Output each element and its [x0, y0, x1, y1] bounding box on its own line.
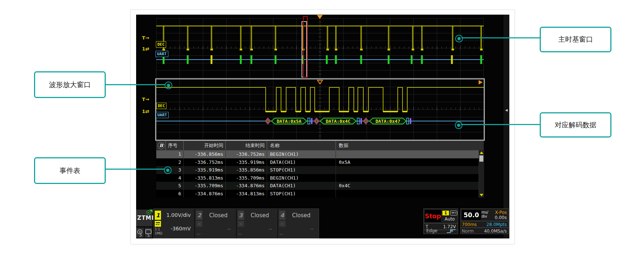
channel-1-offset: -360mV	[171, 226, 191, 231]
trigger-type[interactable]: Edge	[426, 228, 437, 233]
table-row[interactable]: 4 -335.813ms -335.709ms BEGIN(CH1)	[156, 174, 479, 182]
decode-region-box-red[interactable]	[303, 16, 308, 78]
col-header-start: 开始时间	[184, 141, 226, 150]
channel1-position-marker[interactable]: 1⇄	[142, 46, 149, 52]
channel-4-coupling-dash: -	[279, 221, 285, 227]
trigger-source-badge[interactable]: 1	[442, 211, 449, 215]
channel-4-block[interactable]: 4 - -:- Closed --	[278, 209, 319, 238]
svg-text:DATA:0x47: DATA:0x47	[375, 118, 400, 124]
channel-2-probe-dash: -:-	[196, 232, 201, 236]
table-row[interactable]: 3 -335.919ms -335.856ms STOP(CH1)	[156, 166, 479, 174]
timebase-unit: ms/div	[482, 210, 488, 218]
channel-4-status: Closed	[286, 212, 317, 219]
zoom-dec-bus-label[interactable]: DEC	[156, 103, 166, 109]
channel-2-coupling-dash: -	[196, 221, 202, 227]
channel-1-scale: 1.00V/div	[166, 212, 191, 218]
zoom-trigger-level-marker[interactable]: T→	[142, 97, 149, 102]
callout-decoded-data: 对应解码数据	[540, 112, 611, 138]
touch-icon-button[interactable]	[136, 227, 144, 238]
zoom-trigger-hollow-icon	[317, 80, 323, 84]
trigger-sweep-mode[interactable]: Auto	[442, 217, 458, 222]
callout-dot-decoded-data	[455, 121, 463, 129]
brand-logo-tile: ZTMI R	[136, 210, 153, 226]
uart-bus-label[interactable]: UART	[156, 51, 168, 57]
bus-b-icon: B	[158, 142, 165, 149]
callout-dot-main-timebase	[455, 35, 463, 42]
callout-dot-zoom-window	[165, 82, 172, 89]
channel-4-offset: --	[310, 226, 314, 231]
callout-event-table: 事件表	[34, 157, 106, 184]
col-header-data: 数据	[336, 141, 479, 150]
record-time: 700ms	[462, 222, 477, 227]
table-row[interactable]: 1 -336.856ms -336.752ms BEGIN(CH1)	[156, 150, 479, 158]
corner-flag-icon	[149, 210, 153, 213]
channel-2-status: Closed	[203, 212, 233, 219]
callout-line-main-timebase	[461, 37, 540, 38]
channel-2-badge[interactable]: 2	[196, 211, 202, 220]
callout-zoom-window: 波形放大窗口	[34, 71, 106, 98]
timebase-scale[interactable]: 50.0	[462, 210, 481, 220]
run-stop-state[interactable]: Stop	[425, 210, 441, 222]
callout-dot-event-table	[164, 166, 172, 174]
table-row[interactable]: 2 -336.752ms -335.919ms DATA(CH1) 0x5A	[156, 158, 479, 166]
table-scrollbar[interactable]	[479, 150, 484, 197]
bus-icon-cell: B	[156, 141, 166, 150]
svg-text:DATA:0x5A: DATA:0x5A	[277, 118, 302, 124]
dec-bus-label[interactable]: DEC	[156, 41, 166, 48]
table-row[interactable]: 5 -335.709ms -334.876ms DATA(CH1) 0x4C	[156, 182, 479, 190]
bus-icon	[450, 211, 457, 215]
rising-edge-icon	[446, 229, 456, 233]
table-row[interactable]: 6 -334.876ms -334.813ms STOP(CH1)	[156, 190, 479, 198]
callout-line-zoom-window	[103, 84, 165, 85]
zoom-waveform-window: DATA:0x5ADATA:0x4CDATA:0x47	[156, 79, 484, 140]
zoom-channel1-position-marker[interactable]: 1⇄	[142, 109, 149, 114]
event-table-header: B 序号 开始时间 结束时间 名称 数据	[156, 141, 484, 150]
page: T→ 1⇄ DEC UART DATA:0x5ADATA:0x4CDATA:0x…	[0, 0, 644, 256]
col-header-end: 结束时间	[226, 141, 267, 150]
channel-3-block[interactable]: 3 - -:- Closed --	[237, 209, 278, 238]
trigger-level-marker[interactable]: T→	[142, 35, 149, 41]
channel-2-block[interactable]: 2 - -:- Closed --	[195, 209, 236, 238]
channel-3-status: Closed	[245, 212, 275, 219]
zoom-uart-bus-label[interactable]: UART	[156, 112, 169, 118]
xpos-label: X-Pos	[495, 210, 507, 215]
side-menu-collapse-icon[interactable]: ◀	[503, 108, 509, 112]
screen-lock-icon-button[interactable]	[145, 227, 152, 238]
channel-status-bar: 1 1:1 1MΩ 1.00V/div -360mV 2 - -:- Close…	[153, 208, 319, 238]
timebase-status-block[interactable]: 50.0 ms/div X-Pos 0.00s 700ms 28.0Mpts N…	[460, 208, 509, 234]
side-menu-strip	[503, 15, 509, 238]
trigger-status-block[interactable]: Stop 1 Auto T 1.72V Edge	[423, 208, 458, 234]
callout-main-timebase: 主时基窗口	[540, 27, 611, 52]
xpos-value: 0.00s	[495, 215, 507, 220]
scroll-down-icon[interactable]	[480, 194, 483, 196]
trigger-position-icon[interactable]	[317, 15, 323, 19]
event-table: B 序号 开始时间 结束时间 名称 数据 1 -336.856ms -336.7…	[156, 141, 484, 197]
main-timebase-window	[156, 18, 484, 78]
brand-logo: ZTMI	[137, 215, 154, 221]
channel-3-offset: --	[269, 226, 272, 231]
channel-4-badge[interactable]: 4	[279, 211, 285, 220]
channel-4-probe-dash: -:-	[280, 232, 284, 236]
record-points: 28.0Mpts	[486, 222, 507, 227]
probe-ratio-label: 1:1 1MΩ	[155, 227, 162, 236]
channel-3-coupling-dash: -	[238, 221, 244, 227]
callout-line-decoded-data	[461, 124, 540, 125]
channel-3-badge[interactable]: 3	[238, 211, 244, 220]
dc-coupling-icon	[155, 221, 161, 227]
zoom-window-right-arrow-icon	[479, 80, 483, 84]
channel-3-probe-dash: -:-	[238, 232, 242, 236]
scroll-up-icon[interactable]	[480, 151, 483, 154]
channel-2-offset: --	[227, 226, 231, 231]
callout-line-event-table	[103, 169, 165, 170]
acquire-mode: Norm	[462, 229, 474, 234]
oscilloscope-screen: T→ 1⇄ DEC UART DATA:0x5ADATA:0x4CDATA:0x…	[136, 15, 509, 238]
channel-1-badge[interactable]: 1	[155, 211, 161, 220]
channel-1-block[interactable]: 1 1:1 1MΩ 1.00V/div -360mV	[154, 209, 195, 238]
col-header-name: 名称	[267, 141, 336, 150]
scrollbar-thumb[interactable]	[479, 155, 483, 162]
svg-text:DATA:0x4C: DATA:0x4C	[326, 118, 351, 124]
col-header-no: 序号	[166, 141, 184, 150]
sample-rate: 40.0MSa/s	[484, 229, 507, 234]
